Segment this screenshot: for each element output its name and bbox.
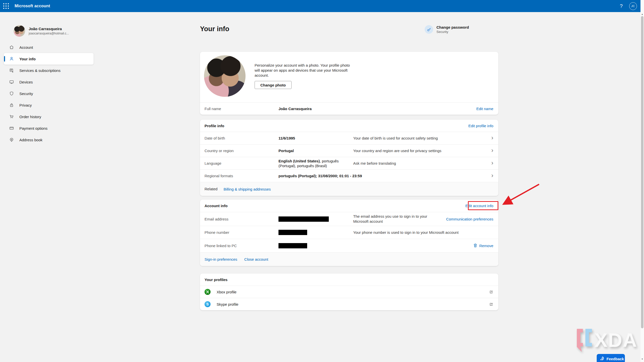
skype-profile-label: Skype profile xyxy=(217,302,238,306)
billing-shipping-addresses-link[interactable]: Billing & shipping addresses xyxy=(224,187,271,191)
sidebar-item-privacy[interactable]: Privacy xyxy=(4,99,94,111)
phone-number-row: Phone number Your phone number is used t… xyxy=(200,226,498,239)
account-info-title: Account info xyxy=(205,204,228,208)
photo-card: Personalize your account with a photo. Y… xyxy=(200,52,498,115)
home-icon xyxy=(9,45,14,50)
devices-icon xyxy=(9,79,14,84)
feedback-button[interactable]: Feedback xyxy=(597,354,625,362)
related-label: Related xyxy=(205,187,218,192)
skype-profile-row[interactable]: S Skype profile xyxy=(200,298,498,310)
sidebar-nav: Account Your info Services & subscriptio… xyxy=(0,41,96,146)
external-link-icon[interactable] xyxy=(489,302,493,306)
chevron-right-icon[interactable]: › xyxy=(491,147,493,154)
profile-info-card: Profile info Edit profile info Date of b… xyxy=(200,120,498,196)
scroll-up-icon[interactable]: ▲ xyxy=(641,13,643,15)
user-name: João Carrasqueira xyxy=(29,27,69,31)
page-title: Your info xyxy=(200,25,229,33)
country-region-row[interactable]: Country or region Portugal Your country … xyxy=(200,144,498,157)
top-bar: Microsoft account ? JC xyxy=(0,0,644,12)
account-avatar-button[interactable]: JC xyxy=(629,2,637,10)
page-scrollbar[interactable]: ▲ ▼ xyxy=(640,0,644,362)
full-name-value: João Carrasqueira xyxy=(278,106,353,111)
redacted-linked-phone-value xyxy=(278,243,307,248)
change-password-shortcut[interactable]: Change password Security xyxy=(425,25,469,34)
sidebar-item-payment-options[interactable]: Payment options xyxy=(4,122,94,134)
communication-preferences-link[interactable]: Communication preferences xyxy=(446,217,493,221)
change-password-label: Change password xyxy=(436,25,469,29)
cart-icon xyxy=(9,114,14,119)
your-profiles-card: Your profiles Xbox profile S Skype profi… xyxy=(200,274,498,310)
services-icon xyxy=(9,68,14,73)
xda-watermark: XDA xyxy=(574,327,640,354)
sidebar-item-account[interactable]: Account xyxy=(4,41,94,53)
date-of-birth-row[interactable]: Date of birth 11/6/1995 Your date of bir… xyxy=(200,132,498,144)
sidebar-item-your-info[interactable]: Your info xyxy=(4,53,94,65)
redacted-email-value xyxy=(278,216,329,222)
trash-icon xyxy=(473,243,477,248)
help-icon[interactable]: ? xyxy=(620,3,623,9)
related-row: Related Billing & shipping addresses xyxy=(200,182,498,196)
skype-icon: S xyxy=(205,301,211,307)
change-photo-button[interactable]: Change photo xyxy=(255,81,292,89)
full-name-label: Full name xyxy=(205,107,278,111)
apps-grid-icon[interactable] xyxy=(0,0,12,12)
card-icon xyxy=(9,126,14,131)
account-info-header: Account info Edit account info xyxy=(200,200,498,212)
annotation-arrow xyxy=(497,180,545,209)
regional-formats-row[interactable]: Regional formats português (Portugal); 3… xyxy=(200,169,498,182)
sidebar-item-services-subscriptions[interactable]: Services & subscriptions xyxy=(4,65,94,76)
account-footer-row: Sign-in preferences Close account xyxy=(200,252,498,266)
your-profiles-header: Your profiles xyxy=(200,274,498,286)
sidebar-item-order-history[interactable]: Order history xyxy=(4,111,94,122)
remove-link[interactable]: Remove xyxy=(473,243,493,248)
language-row[interactable]: Language English (United States), portug… xyxy=(200,157,498,169)
scroll-down-icon[interactable]: ▼ xyxy=(641,358,643,360)
full-name-row: Full name João Carrasqueira Edit name xyxy=(200,102,498,115)
profile-photo xyxy=(204,55,246,97)
close-account-link[interactable]: Close account xyxy=(244,257,268,261)
shield-icon xyxy=(9,91,14,96)
chevron-right-icon[interactable]: › xyxy=(491,172,493,179)
edit-name-link[interactable]: Edit name xyxy=(476,107,493,111)
account-info-card: Account info Edit account info Email add… xyxy=(200,200,498,266)
profile-info-header: Profile info Edit profile info xyxy=(200,120,498,132)
sidebar-user-profile[interactable]: João Carrasqueira joaocarrasqueira@hotma… xyxy=(14,25,69,37)
xbox-profile-row[interactable]: Xbox profile xyxy=(200,286,498,298)
sidebar-item-address-book[interactable]: Address book xyxy=(4,134,94,146)
xda-watermark-text: XDA xyxy=(594,329,637,351)
phone-linked-to-pc-row: Phone linked to PC Remove xyxy=(200,239,498,252)
sidebar-item-devices[interactable]: Devices xyxy=(4,76,94,88)
feedback-chat-icon xyxy=(600,356,605,361)
photo-description: Personalize your account with a photo. Y… xyxy=(255,63,353,78)
lock-icon xyxy=(9,103,14,108)
app-title: Microsoft account xyxy=(15,4,50,8)
sidebar-item-security[interactable]: Security xyxy=(4,88,94,99)
profile-info-title: Profile info xyxy=(205,124,224,128)
edit-profile-info-link[interactable]: Edit profile info xyxy=(468,124,493,128)
xbox-icon xyxy=(205,289,211,295)
email-address-row: Email address The email address you use … xyxy=(200,212,498,226)
chevron-right-icon[interactable]: › xyxy=(491,160,493,167)
your-profiles-title: Your profiles xyxy=(205,278,227,282)
person-icon xyxy=(9,56,14,61)
address-icon xyxy=(9,137,14,142)
user-avatar xyxy=(14,25,25,37)
edit-account-info-link[interactable]: Edit account info xyxy=(465,204,493,208)
sign-in-preferences-link[interactable]: Sign-in preferences xyxy=(205,257,237,261)
scrollbar-thumb[interactable] xyxy=(641,16,643,328)
xbox-profile-label: Xbox profile xyxy=(217,290,236,294)
chevron-right-icon[interactable]: › xyxy=(491,135,493,142)
key-icon xyxy=(425,25,433,34)
change-password-sublabel: Security xyxy=(436,30,469,34)
user-email: joaocarrasqueira@hotmail.c... xyxy=(29,32,69,35)
redacted-phone-value xyxy=(278,230,307,235)
external-link-icon[interactable] xyxy=(489,290,493,294)
